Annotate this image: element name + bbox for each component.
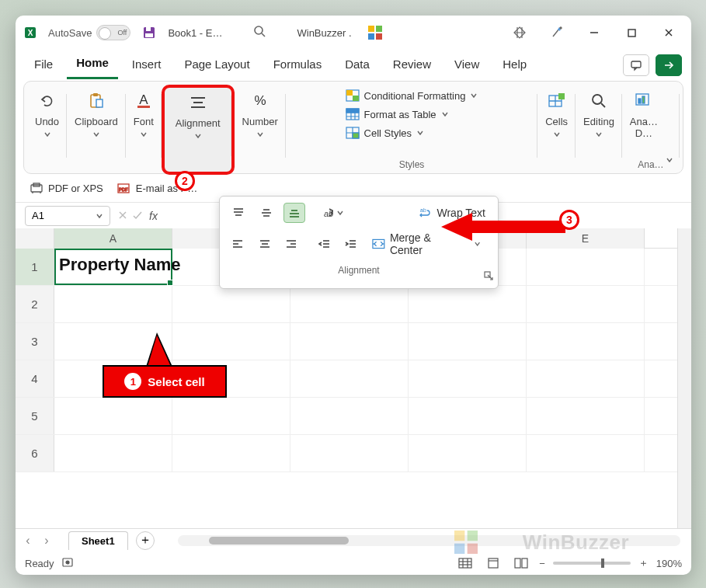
clipboard-button[interactable]: Clipboard	[75, 86, 118, 138]
cell[interactable]	[527, 398, 645, 434]
minimize-button[interactable]	[576, 20, 612, 45]
number-button[interactable]: % Number	[242, 86, 278, 138]
cell[interactable]	[54, 435, 172, 471]
sheet-tab-1[interactable]: Sheet1	[68, 531, 128, 550]
cell[interactable]	[172, 323, 290, 360]
tab-help[interactable]: Help	[493, 53, 536, 78]
add-sheet-button[interactable]: ＋	[136, 531, 155, 550]
align-top-button[interactable]	[228, 203, 249, 223]
select-all-corner[interactable]	[16, 228, 54, 249]
fx-icon[interactable]: fx	[149, 210, 158, 222]
cell[interactable]	[527, 323, 645, 360]
cell[interactable]	[172, 435, 290, 471]
zoom-slider-thumb[interactable]	[601, 558, 604, 568]
pdf-xps-button[interactable]: PDF or XPS	[26, 179, 106, 197]
name-box[interactable]: A1	[25, 206, 110, 226]
zoom-out-button[interactable]: −	[539, 558, 545, 569]
cell[interactable]	[409, 286, 527, 322]
col-header-a[interactable]: A	[54, 228, 172, 249]
horizontal-scrollbar[interactable]	[178, 535, 680, 546]
autosave-control[interactable]: AutoSave Off	[48, 25, 130, 40]
orientation-button[interactable]: ab	[319, 206, 344, 220]
cell-styles-button[interactable]: Cell Styles	[343, 125, 482, 141]
decrease-indent-button[interactable]	[314, 234, 334, 254]
save-button[interactable]	[138, 22, 160, 43]
alignment-button[interactable]: Alignment	[176, 88, 221, 140]
cell[interactable]	[527, 286, 645, 322]
share-button[interactable]	[656, 54, 682, 76]
zoom-slider[interactable]	[553, 562, 631, 565]
row-header-6[interactable]: 6	[16, 435, 54, 471]
cell[interactable]	[172, 398, 290, 434]
enter-formula-icon[interactable]	[132, 209, 143, 223]
cell[interactable]	[54, 286, 172, 322]
cell-a1-value: Property Name	[59, 255, 181, 275]
undo-button[interactable]: Undo	[35, 86, 59, 138]
align-bottom-button[interactable]	[283, 203, 305, 223]
row-header-4[interactable]: 4	[16, 360, 54, 397]
coming-soon-icon[interactable]	[539, 20, 575, 45]
close-button[interactable]	[651, 20, 687, 45]
tab-data[interactable]: Data	[336, 53, 379, 78]
conditional-formatting-button[interactable]: Conditional Formatting	[343, 88, 482, 103]
cell-a1[interactable]: Property Name	[54, 249, 172, 285]
cell[interactable]	[290, 435, 409, 471]
sheet-nav-buttons[interactable]: ‹›	[20, 534, 54, 548]
macro-record-icon[interactable]	[62, 557, 76, 570]
row-header-5[interactable]: 5	[16, 398, 54, 434]
row-header-1[interactable]: 1	[16, 249, 54, 285]
maximize-button[interactable]	[614, 20, 649, 45]
account-avatar-icon[interactable]	[366, 23, 384, 42]
svg-text:%: %	[254, 93, 266, 108]
tab-review[interactable]: Review	[384, 53, 440, 78]
align-center-button[interactable]	[254, 234, 274, 254]
cell[interactable]	[409, 360, 527, 397]
cell[interactable]	[409, 398, 527, 434]
format-as-table-button[interactable]: Format as Table	[343, 106, 482, 122]
analyze-button[interactable]: Ana… D…	[630, 86, 658, 139]
comments-button[interactable]	[623, 54, 649, 76]
cell[interactable]	[290, 286, 409, 322]
tab-view[interactable]: View	[445, 53, 489, 78]
horizontal-scroll-thumb[interactable]	[209, 537, 349, 545]
vertical-scrollbar[interactable]	[677, 228, 691, 528]
cell[interactable]	[527, 249, 645, 285]
increase-indent-button[interactable]	[341, 234, 361, 254]
cancel-formula-icon[interactable]	[118, 209, 127, 223]
view-page-layout-button[interactable]	[483, 555, 503, 571]
alignment-dialog-launcher[interactable]	[484, 270, 493, 284]
align-right-button[interactable]	[281, 234, 301, 254]
row-header-3[interactable]: 3	[16, 323, 54, 360]
row-header-2[interactable]: 2	[16, 286, 54, 322]
cell[interactable]	[409, 435, 527, 471]
svg-rect-3	[146, 27, 151, 31]
cell[interactable]	[54, 398, 172, 434]
editing-button[interactable]: Editing	[583, 86, 614, 138]
autosave-toggle[interactable]: Off	[96, 25, 130, 40]
chevron-down-icon	[96, 212, 103, 220]
search-icon[interactable]	[253, 25, 266, 40]
premium-icon[interactable]	[502, 20, 537, 45]
cell[interactable]	[290, 323, 409, 360]
cell[interactable]	[290, 398, 409, 434]
cell[interactable]	[172, 286, 290, 322]
view-page-break-button[interactable]	[511, 555, 531, 571]
tab-formulas[interactable]: Formulas	[264, 53, 332, 78]
tab-home[interactable]: Home	[67, 51, 118, 79]
zoom-level[interactable]: 190%	[656, 558, 682, 569]
tab-insert[interactable]: Insert	[123, 53, 171, 78]
cell[interactable]	[527, 435, 645, 471]
svg-rect-38	[346, 109, 359, 113]
zoom-in-button[interactable]: ＋	[638, 556, 649, 570]
cell[interactable]	[290, 360, 409, 397]
cells-button[interactable]: Cells	[545, 86, 568, 138]
cell[interactable]	[527, 360, 645, 397]
align-left-button[interactable]	[228, 234, 248, 254]
view-normal-button[interactable]	[455, 555, 475, 571]
tab-page-layout[interactable]: Page Layout	[175, 53, 259, 78]
tab-file[interactable]: File	[25, 53, 62, 78]
align-middle-button[interactable]	[256, 203, 277, 223]
font-button[interactable]: A Font	[134, 86, 154, 138]
ribbon-collapse-button[interactable]	[661, 151, 678, 169]
cell[interactable]	[409, 323, 527, 360]
